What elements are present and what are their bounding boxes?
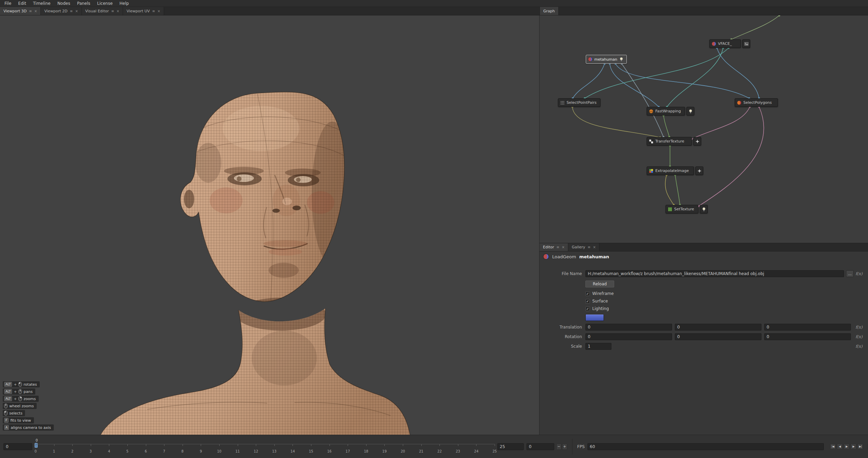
- head-mesh: [0, 15, 540, 435]
- menu-icon[interactable]: ≡: [557, 245, 559, 249]
- rotation-x-input[interactable]: [585, 333, 672, 340]
- tab-gallery[interactable]: Gallery≡×: [568, 243, 599, 251]
- tab-editor[interactable]: Editor≡×: [540, 243, 568, 251]
- tick-mark: [127, 444, 128, 446]
- tab-label: Visual Editor: [85, 9, 109, 13]
- node-label: TransferTexture: [655, 139, 684, 144]
- color-swatch[interactable]: [585, 314, 604, 321]
- checkbox-box[interactable]: ✓: [585, 292, 590, 296]
- browse-button[interactable]: ...: [846, 270, 854, 277]
- node-extrapolateimage-star[interactable]: [695, 166, 703, 175]
- node-transfertexture[interactable]: TransferTexture: [647, 137, 692, 146]
- tab-viewport-uv[interactable]: Viewport UV≡×: [123, 7, 164, 15]
- menu-item-license[interactable]: License: [94, 0, 116, 7]
- tab-viewport-2d[interactable]: Viewport 2D≡×: [41, 7, 82, 15]
- node-vface[interactable]: VFACE_: [709, 39, 741, 48]
- node-transfertexture-star[interactable]: [693, 137, 701, 146]
- node-fastwrapping[interactable]: FastWrapping: [647, 107, 685, 115]
- viewport-3d[interactable]: ALT+rotatesALT+pansALT+zoomswheel zoomss…: [0, 15, 540, 435]
- hint-list: ALT+rotatesALT+pansALT+zoomswheel zoomss…: [3, 381, 54, 431]
- play-button[interactable]: ▶: [844, 444, 850, 449]
- node-settexture-bulb[interactable]: [700, 205, 708, 213]
- playback-section: FPS |◀◀▶▶▶| ↻: [572, 439, 868, 455]
- node-vface-tag[interactable]: [742, 39, 750, 48]
- menu-item-file[interactable]: File: [1, 0, 14, 7]
- range-end-input[interactable]: [497, 443, 524, 450]
- tick-number-4: 4: [108, 449, 110, 453]
- menu-icon[interactable]: ≡: [70, 9, 73, 13]
- checkbox-group: ✓Wireframe✓Surface✓Lighting: [540, 290, 614, 312]
- fx-expression-label[interactable]: f(x): [855, 271, 863, 276]
- node-metahuman[interactable]: metahuman: [586, 55, 627, 64]
- node-fastwrapping-bulb[interactable]: [686, 107, 694, 115]
- file-name-input[interactable]: [585, 270, 844, 277]
- translation-row: Translation f(x): [540, 323, 866, 331]
- node-settexture[interactable]: SetTexture: [666, 205, 698, 213]
- hint-pans: ALT+pans: [3, 388, 35, 395]
- plus-sign: +: [14, 397, 16, 401]
- menu-item-edit[interactable]: Edit: [15, 0, 29, 7]
- close-icon[interactable]: ×: [562, 245, 565, 249]
- current-frame-input[interactable]: [3, 443, 32, 450]
- tick-number-9: 9: [200, 449, 202, 453]
- tab-viewport-3d[interactable]: Viewport 3D≡×: [0, 7, 41, 15]
- close-icon[interactable]: ×: [116, 9, 119, 13]
- tick-number-3: 3: [90, 449, 92, 453]
- fx-expression-label[interactable]: f(x): [855, 344, 863, 349]
- tick-mark: [458, 444, 458, 446]
- translation-y-input[interactable]: [675, 324, 761, 331]
- translation-x-input[interactable]: [585, 324, 672, 331]
- node-selectpointpairs[interactable]: SelectPointPairs: [558, 98, 600, 107]
- menu-item-timeline[interactable]: Timeline: [30, 0, 53, 7]
- rotation-z-input[interactable]: [764, 333, 851, 340]
- checkbox-surface[interactable]: ✓Surface: [585, 297, 614, 305]
- translation-z-input[interactable]: [764, 324, 851, 331]
- checkbox-lighting[interactable]: ✓Lighting: [585, 305, 614, 312]
- checkbox-label: Lighting: [592, 306, 609, 311]
- secondary-frame-input[interactable]: [526, 443, 554, 450]
- tick-number-20: 20: [401, 449, 405, 453]
- timeline-ruler[interactable]: 0 01234567891011121314151617181920212223…: [36, 438, 495, 455]
- tab-visual-editor[interactable]: Visual Editor≡×: [82, 7, 123, 15]
- tick-mark: [36, 444, 36, 446]
- mouse-wheel-icon: [4, 404, 8, 408]
- menu-icon[interactable]: ≡: [111, 9, 114, 13]
- bulb-icon[interactable]: [619, 57, 624, 62]
- menu-icon[interactable]: ≡: [588, 245, 591, 249]
- stepper-minus-button[interactable]: −: [556, 444, 561, 450]
- step-backward-button[interactable]: ◀: [837, 444, 843, 449]
- fx-expression-label[interactable]: f(x): [855, 334, 863, 339]
- rotation-y-input[interactable]: [675, 333, 761, 340]
- tick-number-5: 5: [126, 449, 128, 453]
- menu-icon[interactable]: ≡: [152, 9, 155, 13]
- go-to-start-button[interactable]: |◀: [830, 444, 836, 449]
- checkbox-box[interactable]: ✓: [585, 307, 590, 311]
- close-icon[interactable]: ×: [158, 9, 160, 13]
- checkbox-wireframe[interactable]: ✓Wireframe: [585, 290, 614, 297]
- close-icon[interactable]: ×: [34, 9, 37, 13]
- close-icon[interactable]: ×: [75, 9, 78, 13]
- node-graph[interactable]: VFACE_metahumanSelectPointPairsFastWrapp…: [540, 15, 868, 243]
- checker-icon: [649, 139, 654, 144]
- tick-number-1: 1: [53, 449, 55, 453]
- stepper-plus-button[interactable]: +: [562, 444, 567, 450]
- timeline-track[interactable]: [36, 444, 495, 447]
- tab-graph[interactable]: Graph: [540, 7, 559, 15]
- tick-mark: [91, 444, 91, 446]
- scale-input[interactable]: [585, 343, 611, 350]
- go-to-end-button[interactable]: ▶|: [857, 444, 863, 449]
- close-icon[interactable]: ×: [593, 245, 596, 249]
- right-panel: VFACE_metahumanSelectPointPairsFastWrapp…: [540, 15, 868, 435]
- node-extrapolateimage[interactable]: ExtrapolateImage: [647, 166, 694, 175]
- fps-input[interactable]: [587, 443, 824, 450]
- node-selectpolygons[interactable]: SelectPolygons: [735, 98, 778, 107]
- menu-icon[interactable]: ≡: [29, 9, 32, 13]
- fx-expression-label[interactable]: f(x): [855, 325, 863, 330]
- reload-button[interactable]: Reload: [585, 281, 614, 287]
- menu-item-nodes[interactable]: Nodes: [54, 0, 73, 7]
- menu-item-panels[interactable]: Panels: [74, 0, 94, 7]
- step-forward-button[interactable]: ▶: [851, 444, 856, 449]
- menu-item-help[interactable]: Help: [116, 0, 132, 7]
- tick-mark: [54, 444, 54, 446]
- checkbox-box[interactable]: ✓: [585, 299, 590, 304]
